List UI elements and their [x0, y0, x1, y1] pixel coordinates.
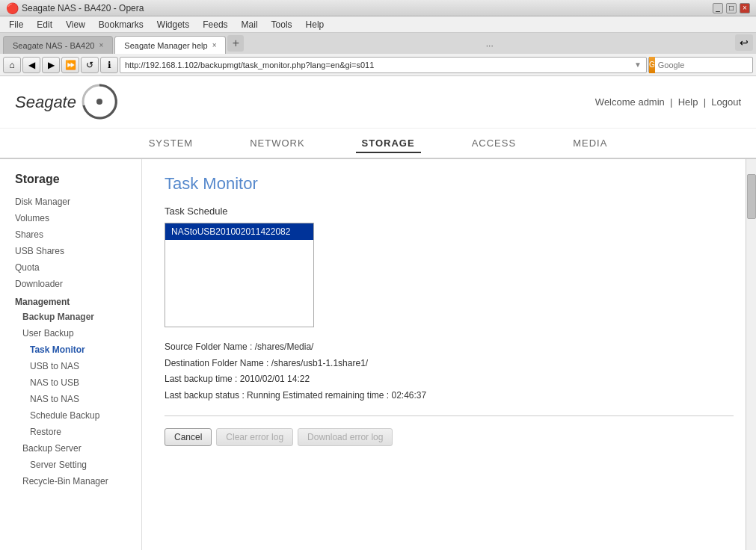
- clear-error-log-button[interactable]: Clear error log: [216, 428, 293, 446]
- tab-overflow-indicator: ···: [486, 40, 494, 51]
- back-icon: ↩: [740, 37, 749, 49]
- last-backup-time-info: Last backup time : 2010/02/01 14:22: [165, 371, 734, 388]
- cancel-button[interactable]: Cancel: [165, 428, 212, 446]
- logo-icon: [79, 81, 120, 123]
- sidebar-item-schedule-backup[interactable]: Schedule Backup: [0, 407, 141, 424]
- sidebar-item-backup-server[interactable]: Backup Server: [0, 440, 141, 457]
- nav-forward-button[interactable]: ▶: [42, 57, 60, 73]
- button-row: Cancel Clear error log Download error lo…: [165, 428, 734, 446]
- address-dropdown-icon[interactable]: ▼: [634, 61, 642, 69]
- nav-tab-system[interactable]: SYSTEM: [143, 135, 199, 152]
- main-layout: Storage Disk Manager Volumes Shares USB …: [0, 159, 756, 550]
- nav-tab-storage[interactable]: STORAGE: [356, 135, 421, 153]
- task-item-0[interactable]: NAStoUSB201002011422082: [165, 223, 313, 240]
- nav-home-button[interactable]: ⌂: [3, 57, 21, 73]
- sidebar-item-quota[interactable]: Quota: [0, 259, 141, 276]
- tab-seagate-manager-help[interactable]: Seagate Manager help ×: [114, 36, 226, 54]
- task-list[interactable]: NAStoUSB201002011422082: [165, 223, 314, 327]
- sidebar-item-restore[interactable]: Restore: [0, 424, 141, 440]
- scrollbar-thumb[interactable]: [747, 174, 756, 219]
- sidebar-item-nas-to-usb[interactable]: NAS to USB: [0, 374, 141, 391]
- menu-edit[interactable]: Edit: [31, 18, 58, 31]
- sidebar-item-disk-manager[interactable]: Disk Manager: [0, 194, 141, 210]
- search-icon: G: [649, 61, 655, 69]
- tab-close-seagate-manager-help[interactable]: ×: [212, 41, 217, 49]
- fast-forward-icon: ⏩: [65, 60, 76, 70]
- sidebar-section-title: Storage: [0, 167, 141, 194]
- search-bar[interactable]: G ▼: [648, 57, 753, 73]
- nav-back-button[interactable]: ◀: [22, 57, 40, 73]
- minimize-button[interactable]: _: [713, 3, 723, 13]
- menu-widgets[interactable]: Widgets: [151, 18, 195, 31]
- logo-area: Seagate: [15, 81, 120, 123]
- home-icon: ⌂: [9, 60, 14, 70]
- sidebar-item-downloader[interactable]: Downloader: [0, 276, 141, 292]
- scrollbar[interactable]: [746, 159, 756, 550]
- address-bar[interactable]: ▼: [120, 57, 647, 73]
- sidebar-item-backup-manager[interactable]: Backup Manager: [0, 309, 141, 325]
- help-link[interactable]: Help: [678, 96, 698, 108]
- seagate-logo-svg: [79, 81, 120, 123]
- sidebar-item-user-backup[interactable]: User Backup: [0, 325, 141, 342]
- tab-add-button[interactable]: +: [227, 35, 244, 52]
- info-block: Source Folder Name : /shares/Media/ Dest…: [165, 339, 734, 404]
- divider: [165, 415, 734, 416]
- download-error-log-button[interactable]: Download error log: [298, 428, 393, 446]
- menu-help[interactable]: Help: [300, 18, 331, 31]
- sidebar-item-shares[interactable]: Shares: [0, 226, 141, 243]
- menu-mail[interactable]: Mail: [236, 18, 264, 31]
- menu-view[interactable]: View: [60, 18, 91, 31]
- search-input[interactable]: [655, 61, 756, 69]
- browser-window-controls[interactable]: _ □ ×: [713, 3, 750, 13]
- sidebar-management-title: Management: [0, 292, 141, 309]
- forward-icon: ▶: [48, 60, 55, 70]
- menu-feeds[interactable]: Feeds: [197, 18, 233, 31]
- back-icon: ◀: [28, 60, 35, 70]
- close-button[interactable]: ×: [740, 3, 750, 13]
- last-backup-status-info: Last backup status : Running Estimated r…: [165, 388, 734, 404]
- browser-icon: 🔴: [6, 2, 19, 14]
- nav-tab-network[interactable]: NETWORK: [244, 135, 310, 152]
- nav-info-button[interactable]: ℹ: [100, 57, 118, 73]
- browser-titlebar: 🔴 Seagate NAS - BA420 - Opera _ □ ×: [0, 0, 756, 16]
- menu-bookmarks[interactable]: Bookmarks: [93, 18, 150, 31]
- sidebar-item-server-setting[interactable]: Server Setting: [0, 457, 141, 473]
- page-title: Task Monitor: [165, 174, 734, 194]
- sidebar-item-usb-to-nas[interactable]: USB to NAS: [0, 358, 141, 374]
- info-icon: ℹ: [108, 60, 111, 70]
- nav-tab-access[interactable]: ACCESS: [466, 135, 522, 152]
- page-content: Seagate Welcome admin | Help | Logout SY…: [0, 76, 756, 550]
- content-area: Task Monitor Task Schedule NAStoUSB20100…: [142, 159, 756, 550]
- nav-tab-media[interactable]: MEDIA: [567, 135, 613, 152]
- logout-link[interactable]: Logout: [711, 96, 741, 108]
- sidebar: Storage Disk Manager Volumes Shares USB …: [0, 159, 142, 550]
- main-nav-tabs: SYSTEM NETWORK STORAGE ACCESS MEDIA: [0, 129, 756, 159]
- address-input[interactable]: [125, 61, 634, 69]
- site-header: Seagate Welcome admin | Help | Logout: [0, 76, 756, 129]
- menu-bar: File Edit View Bookmarks Widgets Feeds M…: [0, 16, 756, 33]
- sidebar-item-volumes[interactable]: Volumes: [0, 210, 141, 226]
- browser-title: Seagate NAS - BA420 - Opera: [22, 3, 713, 13]
- menu-tools[interactable]: Tools: [265, 18, 298, 31]
- search-engine-icon: G: [649, 57, 655, 73]
- sidebar-item-recycle-bin-manager[interactable]: Recycle-Bin Manager: [0, 473, 141, 489]
- nav-bar: ⌂ ◀ ▶ ⏩ ↺ ℹ ▼ G ▼: [0, 54, 756, 76]
- svg-point-1: [96, 99, 102, 105]
- sidebar-item-nas-to-nas[interactable]: NAS to NAS: [0, 391, 141, 407]
- destination-folder-info: Destination Folder Name : /shares/usb1-1…: [165, 356, 734, 372]
- tab-bar: Seagate NAS - BA420 × Seagate Manager he…: [0, 33, 756, 54]
- nav-fast-forward-button[interactable]: ⏩: [61, 57, 79, 73]
- sidebar-item-usb-shares[interactable]: USB Shares: [0, 243, 141, 259]
- reload-icon: ↺: [86, 60, 93, 70]
- browser-back-button[interactable]: ↩: [735, 34, 753, 51]
- tab-close-seagate-nas[interactable]: ×: [99, 41, 103, 49]
- maximize-button[interactable]: □: [726, 3, 737, 13]
- tab-label-seagate-manager-help: Seagate Manager help: [124, 41, 207, 50]
- logo-text: Seagate: [15, 93, 76, 112]
- tab-seagate-nas[interactable]: Seagate NAS - BA420 ×: [3, 36, 113, 54]
- menu-file[interactable]: File: [3, 18, 29, 31]
- sidebar-item-task-monitor[interactable]: Task Monitor: [0, 342, 141, 358]
- tab-label-seagate-nas: Seagate NAS - BA420: [13, 41, 94, 50]
- welcome-text: Welcome admin: [595, 96, 665, 108]
- nav-reload-button[interactable]: ↺: [81, 57, 99, 73]
